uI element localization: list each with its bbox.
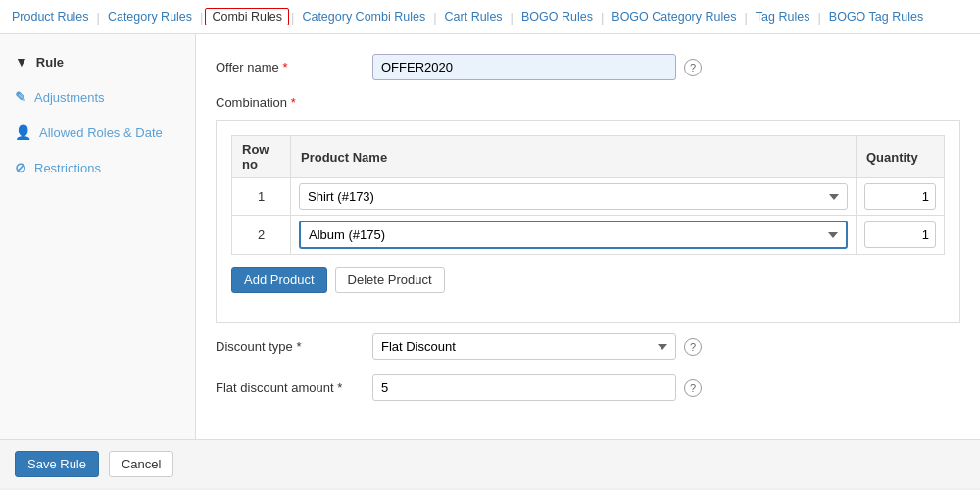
nav-sep-4: | — [431, 10, 438, 24]
flat-discount-help-icon[interactable]: ? — [684, 379, 702, 397]
nav-sep-1: | — [95, 10, 102, 24]
sidebar-adjustments-label: Adjustments — [34, 90, 105, 105]
col-row-no: Row no — [232, 136, 291, 178]
nav-sep-5: | — [509, 10, 515, 24]
row-2-product: Shirt (#173) Album (#175) — [291, 216, 857, 255]
nav-category-rules[interactable]: Category Rules — [102, 10, 198, 24]
sidebar-item-roles[interactable]: 👤 Allowed Roles & Date — [0, 115, 195, 150]
sidebar-item-adjustments[interactable]: ✎ Adjustments — [0, 79, 195, 115]
nav-bogo-tag-rules[interactable]: BOGO Tag Rules — [823, 10, 929, 24]
flat-discount-input[interactable] — [372, 374, 676, 401]
roles-icon: 👤 — [15, 124, 31, 140]
row-1-qty — [857, 178, 945, 216]
main-layout: ▼ Rule ✎ Adjustments 👤 Allowed Roles & D… — [0, 34, 980, 439]
offer-name-label: Offer name * — [216, 60, 372, 74]
content-area: Offer name * ? Combination * Row no Prod… — [196, 34, 980, 439]
add-product-button[interactable]: Add Product — [231, 267, 327, 293]
col-product-name: Product Name — [291, 136, 857, 178]
save-rule-button[interactable]: Save Rule — [15, 451, 99, 477]
rule-icon: ▼ — [15, 54, 28, 70]
product-action-buttons: Add Product Delete Product — [231, 267, 945, 293]
nav-sep-2: | — [198, 10, 205, 24]
offer-name-input[interactable] — [372, 54, 676, 80]
table-row: 2 Shirt (#173) Album (#175) — [232, 216, 945, 255]
row-2-qty — [857, 216, 945, 255]
nav-bogo-category-rules[interactable]: BOGO Category Rules — [606, 10, 742, 24]
flat-discount-label: Flat discount amount * — [216, 380, 372, 395]
sidebar-item-rule[interactable]: ▼ Rule — [0, 44, 195, 79]
row-1-qty-input[interactable] — [864, 183, 936, 210]
adjustments-icon: ✎ — [15, 89, 26, 105]
sidebar-restrictions-label: Restrictions — [34, 161, 101, 175]
sidebar-rule-label: Rule — [36, 55, 64, 70]
sidebar-item-restrictions[interactable]: ⊘ Restrictions — [0, 150, 195, 185]
bottom-bar: Save Rule Cancel — [0, 439, 980, 488]
combination-table: Row no Product Name Quantity 1 Shirt (#1… — [231, 135, 945, 255]
row-2-qty-input[interactable] — [864, 221, 936, 248]
nav-cart-rules[interactable]: Cart Rules — [439, 10, 509, 24]
row-2-product-select[interactable]: Shirt (#173) Album (#175) — [299, 220, 848, 249]
nav-combi-rules[interactable]: Combi Rules — [205, 8, 289, 25]
cancel-button[interactable]: Cancel — [109, 451, 173, 477]
discount-type-group: Discount type * Flat Discount Percentage… — [216, 333, 960, 360]
offer-name-help-icon[interactable]: ? — [684, 59, 702, 76]
discount-type-help-icon[interactable]: ? — [684, 338, 702, 356]
discount-type-select[interactable]: Flat Discount Percentage Discount — [372, 333, 676, 360]
nav-sep-7: | — [742, 10, 749, 24]
nav-product-rules[interactable]: Product Rules — [12, 10, 95, 24]
sidebar: ▼ Rule ✎ Adjustments 👤 Allowed Roles & D… — [0, 34, 196, 439]
delete-product-button[interactable]: Delete Product — [335, 267, 445, 293]
row-2-no: 2 — [232, 216, 291, 255]
top-navigation: Product Rules | Category Rules | Combi R… — [0, 0, 980, 34]
combination-label: Combination * — [216, 95, 960, 110]
row-1-no: 1 — [232, 178, 291, 216]
row-1-product: Shirt (#173) Album (#175) — [291, 178, 857, 216]
row-1-product-select[interactable]: Shirt (#173) Album (#175) — [299, 183, 848, 210]
combination-section: Row no Product Name Quantity 1 Shirt (#1… — [216, 120, 960, 323]
col-quantity: Quantity — [857, 136, 945, 178]
discount-type-label: Discount type * — [216, 339, 372, 354]
nav-sep-6: | — [599, 10, 606, 24]
nav-category-combi-rules[interactable]: Category Combi Rules — [296, 10, 431, 24]
nav-sep-8: | — [815, 10, 822, 24]
flat-discount-group: Flat discount amount * ? — [216, 374, 960, 401]
offer-name-group: Offer name * ? — [216, 54, 960, 80]
sidebar-roles-label: Allowed Roles & Date — [39, 125, 163, 140]
nav-bogo-rules[interactable]: BOGO Rules — [515, 10, 599, 24]
table-row: 1 Shirt (#173) Album (#175) — [232, 178, 945, 216]
nav-tag-rules[interactable]: Tag Rules — [750, 10, 816, 24]
restrictions-icon: ⊘ — [15, 160, 26, 175]
nav-sep-3: | — [289, 10, 296, 24]
